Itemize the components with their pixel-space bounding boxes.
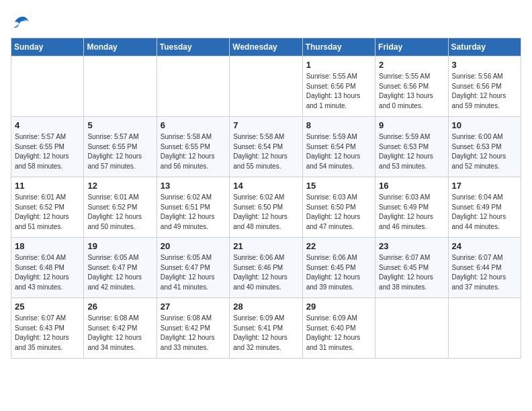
calendar-cell: 3Sunrise: 5:56 AM Sunset: 6:56 PM Daylig… (448, 56, 521, 117)
day-info: Sunrise: 6:04 AM Sunset: 6:48 PM Dayligh… (15, 253, 80, 292)
calendar-header-friday: Friday (375, 38, 448, 56)
calendar-header-row: SundayMondayTuesdayWednesdayThursdayFrid… (11, 38, 521, 56)
day-info: Sunrise: 6:08 AM Sunset: 6:42 PM Dayligh… (161, 314, 226, 353)
day-number: 17 (452, 181, 517, 191)
calendar-header-tuesday: Tuesday (157, 38, 229, 56)
calendar-cell: 18Sunrise: 6:04 AM Sunset: 6:48 PM Dayli… (11, 238, 84, 298)
calendar-cell: 2Sunrise: 5:55 AM Sunset: 6:56 PM Daylig… (375, 56, 448, 117)
day-number: 23 (379, 241, 444, 251)
day-info: Sunrise: 6:06 AM Sunset: 6:45 PM Dayligh… (306, 253, 371, 292)
day-number: 12 (87, 181, 152, 191)
day-info: Sunrise: 6:07 AM Sunset: 6:43 PM Dayligh… (15, 314, 80, 353)
calendar-cell: 25Sunrise: 6:07 AM Sunset: 6:43 PM Dayli… (11, 298, 84, 359)
day-number: 6 (161, 120, 226, 130)
day-info: Sunrise: 5:58 AM Sunset: 6:55 PM Dayligh… (161, 132, 226, 171)
day-number: 1 (306, 60, 371, 70)
calendar-table: SundayMondayTuesdayWednesdayThursdayFrid… (11, 38, 521, 359)
calendar-cell: 7Sunrise: 5:58 AM Sunset: 6:54 PM Daylig… (230, 117, 302, 177)
calendar-week-row: 1Sunrise: 5:55 AM Sunset: 6:56 PM Daylig… (11, 56, 521, 117)
day-info: Sunrise: 5:55 AM Sunset: 6:56 PM Dayligh… (306, 72, 371, 111)
day-number: 26 (87, 302, 152, 312)
calendar-week-row: 4Sunrise: 5:57 AM Sunset: 6:55 PM Daylig… (11, 117, 521, 177)
calendar-cell (230, 56, 302, 117)
calendar-cell: 22Sunrise: 6:06 AM Sunset: 6:45 PM Dayli… (302, 238, 375, 298)
calendar-header-saturday: Saturday (448, 38, 521, 56)
calendar-header-thursday: Thursday (302, 38, 375, 56)
day-number: 28 (233, 302, 298, 312)
day-number: 18 (15, 241, 80, 251)
calendar-cell: 12Sunrise: 6:01 AM Sunset: 6:52 PM Dayli… (84, 177, 157, 238)
calendar-header-wednesday: Wednesday (230, 38, 302, 56)
calendar-cell: 19Sunrise: 6:05 AM Sunset: 6:47 PM Dayli… (84, 238, 157, 298)
calendar-cell: 27Sunrise: 6:08 AM Sunset: 6:42 PM Dayli… (157, 298, 229, 359)
calendar-cell: 9Sunrise: 5:59 AM Sunset: 6:53 PM Daylig… (375, 117, 448, 177)
day-info: Sunrise: 6:07 AM Sunset: 6:45 PM Dayligh… (379, 253, 444, 292)
day-number: 4 (15, 120, 80, 130)
header (11, 11, 521, 32)
day-info: Sunrise: 5:57 AM Sunset: 6:55 PM Dayligh… (87, 132, 152, 171)
day-number: 10 (452, 120, 517, 130)
calendar-cell (157, 56, 229, 117)
calendar-cell: 23Sunrise: 6:07 AM Sunset: 6:45 PM Dayli… (375, 238, 448, 298)
day-number: 9 (379, 120, 444, 130)
day-number: 15 (306, 181, 371, 191)
calendar-header-sunday: Sunday (11, 38, 84, 56)
day-info: Sunrise: 6:05 AM Sunset: 6:47 PM Dayligh… (87, 253, 152, 292)
calendar-cell: 13Sunrise: 6:02 AM Sunset: 6:51 PM Dayli… (157, 177, 229, 238)
day-number: 22 (306, 241, 371, 251)
day-number: 7 (233, 120, 298, 130)
calendar-cell: 5Sunrise: 5:57 AM Sunset: 6:55 PM Daylig… (84, 117, 157, 177)
day-number: 29 (306, 302, 371, 312)
day-number: 14 (233, 181, 298, 191)
day-number: 8 (306, 120, 371, 130)
calendar-cell: 20Sunrise: 6:05 AM Sunset: 6:47 PM Dayli… (157, 238, 229, 298)
day-number: 21 (233, 241, 298, 251)
day-info: Sunrise: 5:58 AM Sunset: 6:54 PM Dayligh… (233, 132, 298, 171)
calendar-cell: 24Sunrise: 6:07 AM Sunset: 6:44 PM Dayli… (448, 238, 521, 298)
day-info: Sunrise: 6:05 AM Sunset: 6:47 PM Dayligh… (161, 253, 226, 292)
calendar-cell: 6Sunrise: 5:58 AM Sunset: 6:55 PM Daylig… (157, 117, 229, 177)
calendar-cell (84, 56, 157, 117)
calendar-cell: 17Sunrise: 6:04 AM Sunset: 6:49 PM Dayli… (448, 177, 521, 238)
day-number: 2 (379, 60, 444, 70)
day-info: Sunrise: 6:01 AM Sunset: 6:52 PM Dayligh… (87, 193, 152, 232)
day-info: Sunrise: 6:09 AM Sunset: 6:40 PM Dayligh… (306, 314, 371, 353)
calendar-cell: 11Sunrise: 6:01 AM Sunset: 6:52 PM Dayli… (11, 177, 84, 238)
day-info: Sunrise: 5:59 AM Sunset: 6:54 PM Dayligh… (306, 132, 371, 171)
calendar-cell (448, 298, 521, 359)
day-info: Sunrise: 5:57 AM Sunset: 6:55 PM Dayligh… (15, 132, 80, 171)
day-info: Sunrise: 5:59 AM Sunset: 6:53 PM Dayligh… (379, 132, 444, 171)
day-info: Sunrise: 6:08 AM Sunset: 6:42 PM Dayligh… (87, 314, 152, 353)
calendar-week-row: 11Sunrise: 6:01 AM Sunset: 6:52 PM Dayli… (11, 177, 521, 238)
calendar-cell (11, 56, 84, 117)
day-number: 20 (161, 241, 226, 251)
day-info: Sunrise: 6:03 AM Sunset: 6:50 PM Dayligh… (306, 193, 371, 232)
calendar-cell (375, 298, 448, 359)
day-number: 27 (161, 302, 226, 312)
day-info: Sunrise: 6:02 AM Sunset: 6:51 PM Dayligh… (161, 193, 226, 232)
day-info: Sunrise: 6:03 AM Sunset: 6:49 PM Dayligh… (379, 193, 444, 232)
day-info: Sunrise: 6:01 AM Sunset: 6:52 PM Dayligh… (15, 193, 80, 232)
calendar-cell: 14Sunrise: 6:02 AM Sunset: 6:50 PM Dayli… (230, 177, 302, 238)
calendar-cell: 4Sunrise: 5:57 AM Sunset: 6:55 PM Daylig… (11, 117, 84, 177)
day-number: 11 (15, 181, 80, 191)
calendar-cell: 26Sunrise: 6:08 AM Sunset: 6:42 PM Dayli… (84, 298, 157, 359)
day-number: 13 (161, 181, 226, 191)
day-info: Sunrise: 6:06 AM Sunset: 6:46 PM Dayligh… (233, 253, 298, 292)
day-number: 25 (15, 302, 80, 312)
calendar-cell: 8Sunrise: 5:59 AM Sunset: 6:54 PM Daylig… (302, 117, 375, 177)
calendar-header-monday: Monday (84, 38, 157, 56)
calendar-cell: 16Sunrise: 6:03 AM Sunset: 6:49 PM Dayli… (375, 177, 448, 238)
day-number: 5 (87, 120, 152, 130)
calendar-cell: 28Sunrise: 6:09 AM Sunset: 6:41 PM Dayli… (230, 298, 302, 359)
day-number: 24 (452, 241, 517, 251)
day-info: Sunrise: 6:07 AM Sunset: 6:44 PM Dayligh… (452, 253, 517, 292)
logo (11, 13, 32, 32)
calendar-cell: 15Sunrise: 6:03 AM Sunset: 6:50 PM Dayli… (302, 177, 375, 238)
logo-bird-icon (11, 13, 30, 32)
calendar-cell: 10Sunrise: 6:00 AM Sunset: 6:53 PM Dayli… (448, 117, 521, 177)
day-number: 19 (87, 241, 152, 251)
day-number: 16 (379, 181, 444, 191)
calendar-week-row: 18Sunrise: 6:04 AM Sunset: 6:48 PM Dayli… (11, 238, 521, 298)
calendar-cell: 29Sunrise: 6:09 AM Sunset: 6:40 PM Dayli… (302, 298, 375, 359)
